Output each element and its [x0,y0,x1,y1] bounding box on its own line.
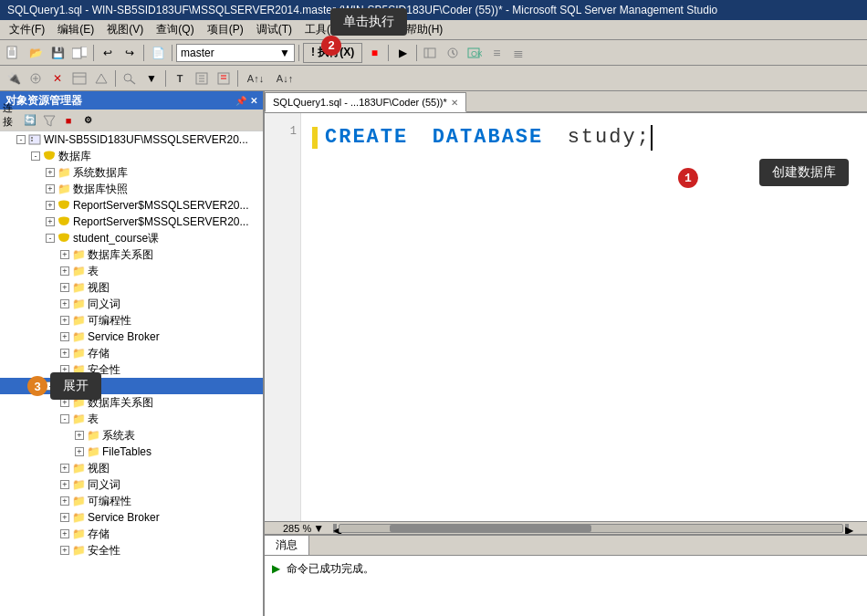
toolbar2-btn-5[interactable] [91,68,111,89]
tree-db-snapshots[interactable]: + 📁 数据库快照 [0,181,263,197]
expand-file-tables[interactable]: + [75,447,84,456]
tree-server[interactable]: - WIN-SB5SID183UF\MSSQLSERVER20... [0,131,263,148]
expand-synonym-sc[interactable]: + [60,299,69,308]
stop-oe-btn[interactable]: ■ [59,112,78,129]
tree-prog-sc[interactable]: + 📁 可编程性 [0,312,263,329]
expand-table-sc[interactable]: + [60,266,69,276]
filter-btn[interactable] [40,112,58,129]
tree-db-diagram[interactable]: + 📁 数据库关系图 [0,246,263,263]
menu-project[interactable]: 项目(P) [202,20,249,39]
query-editor[interactable]: 1 CREATE DATABASE study; 1 [265,113,867,521]
toolbar2-btn-1[interactable]: 🔌 [4,68,24,89]
zoom-dropdown-icon[interactable]: ▼ [313,522,324,535]
debug-icon[interactable]: ▶ [392,43,413,63]
close-oe-icon[interactable]: ✕ [250,96,257,106]
toolbar2-btn-12[interactable]: A↓↑ [271,68,298,89]
tree-study-storage[interactable]: + 📁 存储 [0,526,263,542]
tree-study-security[interactable]: + 📁 安全性 [0,542,263,559]
toolbar2-btn-4[interactable] [69,68,89,89]
menu-help[interactable]: 帮助(H) [401,20,449,39]
expand-study-prog[interactable]: + [60,496,69,506]
tab-close-btn[interactable]: ✕ [451,98,458,108]
tree-study[interactable]: - study 3 展开 [0,378,263,394]
tree-study-prog[interactable]: + 📁 可编程性 [0,493,263,509]
tree-service-broker-2[interactable]: + 📁 Service Broker [0,509,263,526]
code-area[interactable]: CREATE DATABASE study; [312,120,860,151]
pin-icon[interactable]: 📌 [235,96,246,106]
expand-report-server[interactable]: + [46,201,55,210]
query-tab[interactable]: SQLQuery1.sql - ...183UF\Coder (55))* ✕ [265,92,466,112]
expand-study-security[interactable]: + [60,546,69,555]
tree-report-server-temp[interactable]: + ReportServer$MSSQLSERVER20... [0,214,263,230]
toolbar2-btn-10[interactable] [214,68,234,89]
toolbar2-btn-9[interactable] [192,68,212,89]
scroll-thumb[interactable] [390,525,590,532]
tree-study-view[interactable]: + 📁 视图 [0,460,263,476]
expand-db-diagram[interactable]: + [60,250,69,259]
menu-view[interactable]: 视图(V) [101,20,149,39]
toolbar-btn-4[interactable]: ≡ [486,43,507,63]
tree-study-synonym[interactable]: + 📁 同义词 [0,476,263,493]
new-query2-icon[interactable]: 📄 [148,43,168,63]
tree-view-sc[interactable]: + 📁 视图 [0,279,263,296]
menu-file[interactable]: 文件(F) [4,20,50,39]
open-icon[interactable]: 📂 [26,43,46,63]
menu-debug[interactable]: 调试(T) [251,20,298,39]
expand-study-synonym[interactable]: + [60,480,69,489]
messages-tab[interactable]: 消息 [265,536,309,555]
expand-databases[interactable]: - [31,151,40,161]
expand-db-snapshots[interactable]: + [46,184,55,193]
expand-service-broker-2[interactable]: + [60,513,69,522]
db-selector[interactable]: master ▼ [176,44,295,62]
props-btn[interactable]: ⚙ [78,112,97,129]
expand-server[interactable]: - [16,135,26,144]
tree-databases[interactable]: - 数据库 [0,148,263,164]
toolbar2-btn-2[interactable] [26,68,46,89]
tree-system-tables[interactable]: + 📁 系统表 [0,427,263,444]
toolbar-btn-3[interactable]: OK [465,43,485,63]
toolbar-btn-1[interactable] [421,43,441,63]
h-scrollbar[interactable] [339,524,843,533]
tree-table-sc[interactable]: + 📁 表 [0,263,263,279]
connect-btn[interactable]: 连接 ▼ [2,112,20,129]
tree-storage-sc[interactable]: + 📁 存储 [0,345,263,361]
expand-study-storage[interactable]: + [60,529,69,538]
tree-report-server[interactable]: + ReportServer$MSSQLSERVER20... [0,197,263,214]
toolbar2-btn-8[interactable]: T [170,68,190,89]
expand-prog-sc[interactable]: + [60,316,69,325]
expand-student-course[interactable]: - [46,234,55,243]
expand-service-broker-1[interactable]: + [60,332,69,341]
toolbar2-btn-7[interactable]: ▼ [141,68,162,89]
save-all-icon[interactable] [69,43,89,63]
tree-synonym-sc[interactable]: + 📁 同义词 [0,296,263,312]
toolbar2-btn-11[interactable]: A↑↓ [242,68,269,89]
tree-system-dbs[interactable]: + 📁 系统数据库 [0,164,263,181]
scroll-right-btn[interactable]: ▶ [845,524,849,533]
expand-view-sc[interactable]: + [60,283,69,292]
tree-student-course[interactable]: - student_course课 [0,230,263,246]
new-query-icon[interactable] [4,43,24,63]
system-tables-icon: 📁 [86,428,100,443]
expand-study-view[interactable]: + [60,464,69,473]
expand-study-table[interactable]: - [60,414,69,423]
toolbar-btn-5[interactable]: ≣ [508,43,528,63]
save-icon[interactable]: 💾 [47,43,68,63]
toolbar-btn-2[interactable] [443,43,463,63]
menu-query[interactable]: 查询(Q) [151,20,199,39]
toolbar2-btn-6[interactable] [120,68,140,89]
tree-service-broker-1[interactable]: + 📁 Service Broker [0,329,263,345]
menu-edit[interactable]: 编辑(E) [52,20,99,39]
tree-study-db-diagram[interactable]: + 📁 数据库关系图 [0,394,263,411]
redo-icon[interactable]: ↪ [120,43,140,63]
stop-icon[interactable]: ■ [364,43,384,63]
expand-storage-sc[interactable]: + [60,349,69,358]
expand-system-dbs[interactable]: + [46,168,55,177]
tree-study-table[interactable]: - 📁 表 [0,411,263,427]
tree-file-tables[interactable]: + 📁 FileTables [0,444,263,460]
toolbar2-btn-3[interactable]: ✕ [47,68,68,89]
scroll-left-btn[interactable]: ◀ [333,524,337,533]
expand-report-server-temp[interactable]: + [46,217,55,226]
expand-system-tables[interactable]: + [75,431,84,440]
refresh-btn[interactable]: 🔄 [21,112,39,129]
undo-icon[interactable]: ↩ [98,43,118,63]
